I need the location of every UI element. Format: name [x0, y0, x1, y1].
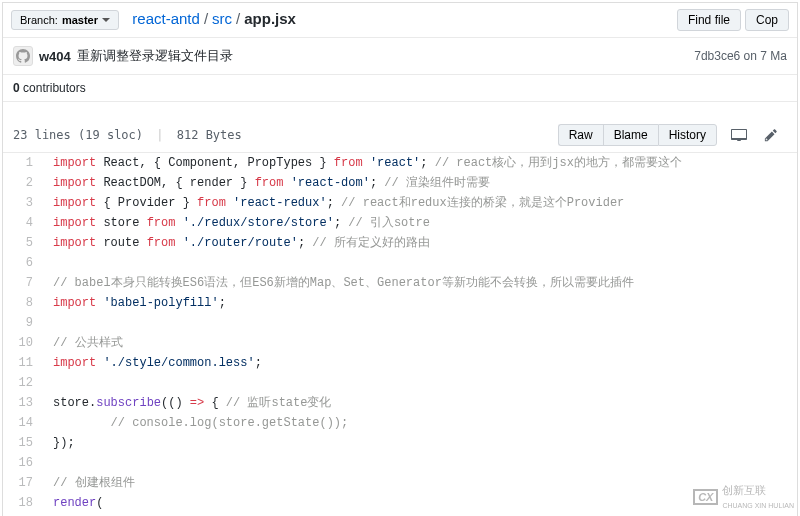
code-line: 16: [3, 453, 797, 473]
avatar: [13, 46, 33, 66]
line-number[interactable]: 2: [3, 173, 43, 193]
file-info: 23 lines (19 sloc) | 812 Bytes: [13, 128, 242, 142]
toolbar-right: Raw Blame History: [558, 124, 787, 146]
raw-button[interactable]: Raw: [558, 124, 603, 146]
code-line: 11import './style/common.less';: [3, 353, 797, 373]
watermark-brand: 创新互联: [722, 484, 766, 496]
commit-message[interactable]: 重新调整登录逻辑文件目录: [77, 47, 233, 65]
line-content[interactable]: // babel本身只能转换ES6语法，但ES6新增的Map、Set、Gener…: [43, 273, 797, 293]
line-content[interactable]: [43, 453, 797, 473]
breadcrumb-repo[interactable]: react-antd: [132, 10, 200, 27]
line-content[interactable]: });: [43, 433, 797, 453]
code-line: 12: [3, 373, 797, 393]
commit-left: w404 重新调整登录逻辑文件目录: [13, 46, 233, 66]
file-view-container: Branch: master react-antd / src / app.js…: [2, 2, 798, 516]
line-content[interactable]: import 'babel-polyfill';: [43, 293, 797, 313]
code-line: 17// 创建根组件: [3, 473, 797, 493]
code-line: 13store.subscribe(() => { // 监听state变化: [3, 393, 797, 413]
branch-label-text: Branch:: [20, 14, 58, 26]
file-lines: 23 lines (19 sloc): [13, 128, 143, 142]
pencil-icon: [763, 128, 779, 142]
line-number[interactable]: 5: [3, 233, 43, 253]
branch-name: master: [62, 14, 98, 26]
code-line: 7// babel本身只能转换ES6语法，但ES6新增的Map、Set、Gene…: [3, 273, 797, 293]
blame-button[interactable]: Blame: [603, 124, 658, 146]
code-line: 3import { Provider } from 'react-redux';…: [3, 193, 797, 213]
code-body: 1import React, { Component, PropTypes } …: [3, 153, 797, 516]
line-number[interactable]: 6: [3, 253, 43, 273]
divider: |: [156, 128, 163, 142]
line-number[interactable]: 18: [3, 493, 43, 513]
line-number[interactable]: 11: [3, 353, 43, 373]
desktop-icon-button[interactable]: [723, 126, 755, 144]
copy-path-button[interactable]: Cop: [745, 9, 789, 31]
contributors-bar: 0 contributors: [3, 75, 797, 102]
line-number[interactable]: 14: [3, 413, 43, 433]
code-line: 15});: [3, 433, 797, 453]
watermark-sub: CHUANG XIN HULIAN: [722, 502, 794, 509]
line-content[interactable]: import route from './router/route'; // 所…: [43, 233, 797, 253]
file-toolbar: 23 lines (19 sloc) | 812 Bytes Raw Blame…: [3, 118, 797, 153]
code-line: 2import ReactDOM, { render } from 'react…: [3, 173, 797, 193]
breadcrumb-folder[interactable]: src: [212, 10, 232, 27]
line-content[interactable]: // console.log(store.getState());: [43, 413, 797, 433]
code-line: 14 // console.log(store.getState());: [3, 413, 797, 433]
line-content[interactable]: import React, { Component, PropTypes } f…: [43, 153, 797, 173]
breadcrumb-sep: /: [236, 10, 240, 27]
view-button-group: Raw Blame History: [558, 124, 717, 146]
chevron-down-icon: [102, 18, 110, 22]
line-content[interactable]: import { Provider } from 'react-redux'; …: [43, 193, 797, 213]
history-button[interactable]: History: [658, 124, 717, 146]
code-line: 5import route from './router/route'; // …: [3, 233, 797, 253]
commit-sha[interactable]: 7db3ce6: [694, 49, 740, 63]
watermark: CX 创新互联 CHUANG XIN HULIAN: [693, 483, 794, 510]
line-number[interactable]: 1: [3, 153, 43, 173]
code-line: 9: [3, 313, 797, 333]
line-content[interactable]: // 创建根组件: [43, 473, 797, 493]
line-number[interactable]: 12: [3, 373, 43, 393]
code-line: 6: [3, 253, 797, 273]
line-number[interactable]: 17: [3, 473, 43, 493]
edit-icon-button[interactable]: [755, 126, 787, 144]
watermark-logo: CX: [693, 489, 718, 505]
line-content[interactable]: store.subscribe(() => { // 监听state变化: [43, 393, 797, 413]
line-number[interactable]: 4: [3, 213, 43, 233]
line-content[interactable]: import './style/common.less';: [43, 353, 797, 373]
desktop-icon: [731, 128, 747, 142]
file-size: 812 Bytes: [177, 128, 242, 142]
line-content[interactable]: import ReactDOM, { render } from 'react-…: [43, 173, 797, 193]
breadcrumb-file: app.jsx: [244, 10, 296, 27]
code-line: 18render(: [3, 493, 797, 513]
line-content[interactable]: // 公共样式: [43, 333, 797, 353]
breadcrumb-sep: /: [204, 10, 208, 27]
branch-select-button[interactable]: Branch: master: [11, 10, 119, 30]
commit-author[interactable]: w404: [39, 49, 71, 64]
code-line: 4import store from './redux/store/store'…: [3, 213, 797, 233]
commit-date: 7 Ma: [760, 49, 787, 63]
file-header: Branch: master react-antd / src / app.js…: [3, 3, 797, 38]
line-content[interactable]: import store from './redux/store/store';…: [43, 213, 797, 233]
contributors-label: contributors: [23, 81, 86, 95]
line-number[interactable]: 15: [3, 433, 43, 453]
watermark-text: 创新互联 CHUANG XIN HULIAN: [722, 483, 794, 510]
header-right: Find file Cop: [677, 9, 789, 31]
line-number[interactable]: 10: [3, 333, 43, 353]
line-content[interactable]: [43, 313, 797, 333]
code-line: 10// 公共样式: [3, 333, 797, 353]
line-number[interactable]: 3: [3, 193, 43, 213]
breadcrumb: react-antd / src / app.jsx: [132, 10, 296, 27]
commit-bar: w404 重新调整登录逻辑文件目录 7db3ce6 on 7 Ma: [3, 38, 797, 75]
line-number[interactable]: 7: [3, 273, 43, 293]
line-content[interactable]: [43, 253, 797, 273]
line-content[interactable]: [43, 373, 797, 393]
line-content[interactable]: render(: [43, 493, 797, 513]
line-number[interactable]: 16: [3, 453, 43, 473]
header-left: Branch: master react-antd / src / app.js…: [11, 10, 296, 30]
contributors-count: 0: [13, 81, 20, 95]
code-line: 8import 'babel-polyfill';: [3, 293, 797, 313]
line-number[interactable]: 13: [3, 393, 43, 413]
commit-meta: 7db3ce6 on 7 Ma: [694, 49, 787, 63]
line-number[interactable]: 8: [3, 293, 43, 313]
line-number[interactable]: 9: [3, 313, 43, 333]
find-file-button[interactable]: Find file: [677, 9, 741, 31]
